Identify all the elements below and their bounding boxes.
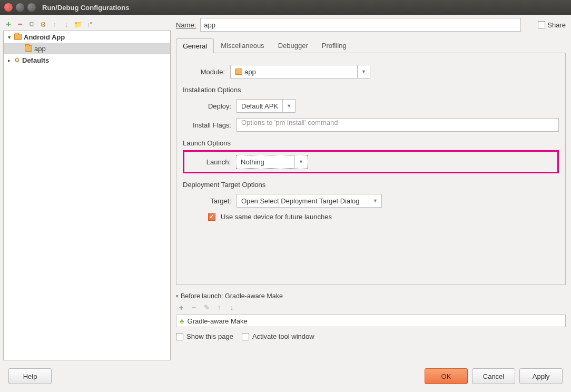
show-page-label: Show this page <box>186 332 233 340</box>
remove-icon[interactable]: − <box>16 20 24 28</box>
android-icon: ♣ <box>180 317 184 325</box>
launch-label: Launch: <box>189 158 231 166</box>
launch-options-header: Launch Options <box>183 139 559 147</box>
module-select[interactable]: app ▼ <box>230 65 370 79</box>
folder-icon <box>14 34 22 40</box>
up-icon: ↑ <box>215 303 223 311</box>
tree-label: Defaults <box>22 56 49 64</box>
cancel-button[interactable]: Cancel <box>472 368 515 384</box>
deployment-target-header: Deployment Target Options <box>183 181 559 189</box>
ok-button[interactable]: OK <box>425 368 468 384</box>
apply-button[interactable]: Apply <box>519 368 563 384</box>
tab-profiling[interactable]: Profiling <box>315 38 353 53</box>
down-icon: ↓ <box>228 303 236 311</box>
edit-icon: ✎ <box>202 303 211 311</box>
help-button[interactable]: Help <box>8 368 52 384</box>
gears-icon: ⚙ <box>14 56 20 64</box>
add-icon[interactable]: + <box>4 20 13 28</box>
deploy-label: Deploy: <box>189 102 231 110</box>
activate-tool-checkbox[interactable] <box>242 333 249 340</box>
expand-icon[interactable]: ▸ <box>6 57 12 63</box>
tab-debugger[interactable]: Debugger <box>271 38 315 53</box>
same-device-checkbox[interactable] <box>208 213 215 221</box>
expand-icon[interactable]: ▾ <box>6 34 12 40</box>
name-label: Name: <box>176 21 196 29</box>
tab-general[interactable]: General <box>176 38 214 53</box>
tab-miscellaneous[interactable]: Miscellaneous <box>214 38 271 53</box>
install-flags-label: Install Flags: <box>189 121 231 129</box>
share-checkbox[interactable] <box>538 21 545 28</box>
window-maximize-button[interactable] <box>27 3 36 12</box>
same-device-label: Use same device for future launches <box>221 213 332 221</box>
title-bar: Run/Debug Configurations <box>0 0 571 15</box>
before-launch-section: ▾ Before launch: Gradle-aware Make + − ✎… <box>176 292 566 340</box>
config-tree[interactable]: ▾ Android App app ▸ ⚙ Defaults <box>3 31 171 360</box>
before-launch-header: Before launch: Gradle-aware Make <box>181 292 283 300</box>
sort-icon[interactable]: ↓ª <box>85 20 94 28</box>
remove-icon: − <box>190 303 198 311</box>
share-label: Share <box>547 21 566 29</box>
launch-select[interactable]: Nothing ▼ <box>236 155 308 169</box>
install-flags-input[interactable]: Options to 'pm install' command <box>237 118 559 132</box>
up-icon: ↑ <box>51 20 59 28</box>
launch-highlight: Launch: Nothing ▼ <box>183 150 559 173</box>
chevron-down-icon: ▼ <box>282 100 295 112</box>
copy-icon[interactable]: ⧉ <box>27 20 36 28</box>
settings-icon[interactable]: ⚙ <box>39 20 47 28</box>
name-input[interactable] <box>200 18 521 32</box>
show-page-checkbox[interactable] <box>176 333 183 340</box>
down-icon: ↓ <box>62 20 71 28</box>
installation-options-header: Installation Options <box>183 86 559 94</box>
chevron-down-icon: ▼ <box>369 194 381 207</box>
activate-tool-label: Activate tool window <box>252 332 314 340</box>
before-launch-item: Gradle-aware Make <box>188 317 248 325</box>
window-close-button[interactable] <box>4 3 13 12</box>
tree-label: app <box>34 45 46 53</box>
before-launch-list[interactable]: ♣ Gradle-aware Make <box>176 315 566 327</box>
tree-node-app[interactable]: app <box>4 43 170 54</box>
chevron-down-icon: ▼ <box>294 155 307 168</box>
chevron-down-icon: ▼ <box>357 65 370 78</box>
tab-bar: General Miscellaneous Debugger Profiling <box>176 38 566 53</box>
deploy-select[interactable]: Default APK ▼ <box>237 99 296 113</box>
module-label: Module: <box>183 68 225 76</box>
add-icon[interactable]: + <box>177 303 185 311</box>
folder-icon[interactable]: 📁 <box>74 20 82 28</box>
folder-icon <box>25 45 32 52</box>
target-select[interactable]: Open Select Deployment Target Dialog ▼ <box>237 194 382 208</box>
tree-node-android-app[interactable]: ▾ Android App <box>4 31 170 43</box>
collapse-icon[interactable]: ▾ <box>176 293 179 299</box>
window-title: Run/Debug Configurations <box>42 4 129 12</box>
general-pane: Module: app ▼ Installation Options Deplo… <box>176 53 566 285</box>
window-minimize-button[interactable] <box>16 3 24 12</box>
tree-label: Android App <box>24 33 65 41</box>
config-toolbar: + − ⧉ ⚙ ↑ ↓ 📁 ↓ª <box>3 18 171 31</box>
target-label: Target: <box>189 197 231 205</box>
dialog-footer: Help OK Cancel Apply <box>0 360 571 392</box>
tree-node-defaults[interactable]: ▸ ⚙ Defaults <box>4 54 170 66</box>
folder-icon <box>235 68 242 75</box>
